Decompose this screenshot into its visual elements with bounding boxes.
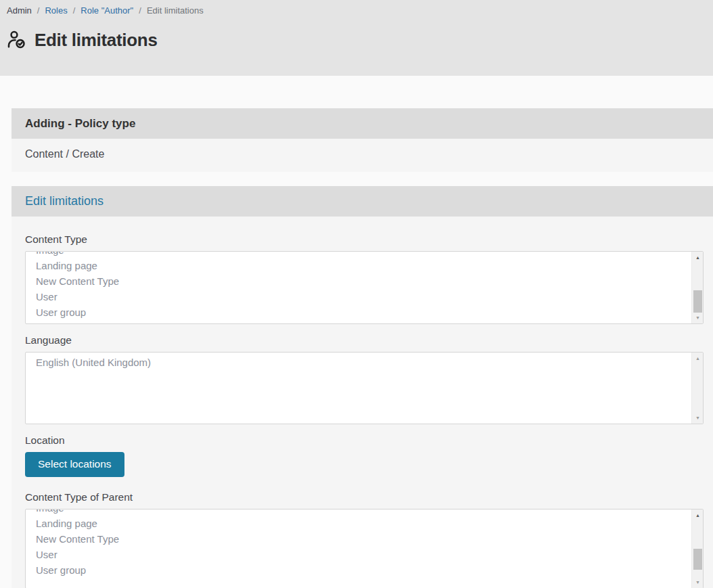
breadcrumb-item-current: Edit limitations xyxy=(147,5,204,16)
language-group: Language English (United Kingdom) ▲ ▼ xyxy=(25,334,704,424)
edit-limitations-panel: Edit limitations Content Type ImageLandi… xyxy=(12,186,713,588)
listbox-option[interactable]: User xyxy=(36,547,683,562)
scroll-down-icon[interactable]: ▼ xyxy=(692,312,704,323)
language-label: Language xyxy=(25,334,704,346)
scrollbar[interactable]: ▲ ▼ xyxy=(691,510,703,588)
policy-type-panel-title: Adding - Policy type xyxy=(25,117,135,131)
content-type-of-parent-label: Content Type of Parent xyxy=(25,491,704,503)
page-title-row: Edit limitations xyxy=(6,29,713,51)
breadcrumb-separator: / xyxy=(73,5,76,16)
policy-type-value: Content / Create xyxy=(12,139,713,172)
listbox-option[interactable]: Image xyxy=(36,509,683,516)
limitations-form: Content Type ImageLanding pageNew Conten… xyxy=(12,217,713,588)
listbox-option[interactable]: User group xyxy=(36,304,683,320)
page-title: Edit limitations xyxy=(34,30,158,51)
edit-limitations-panel-header: Edit limitations xyxy=(12,186,713,217)
user-check-icon xyxy=(6,29,28,51)
location-label: Location xyxy=(25,434,704,447)
page-header-band: Admin / Roles / Role "Author" / Edit lim… xyxy=(0,0,713,76)
listbox-option[interactable]: Landing page xyxy=(36,516,683,531)
content-type-of-parent-listbox[interactable]: ImageLanding pageNew Content TypeUserUse… xyxy=(25,509,704,588)
listbox-option[interactable]: New Content Type xyxy=(36,273,683,289)
listbox-option[interactable]: English (United Kingdom) xyxy=(36,355,683,370)
content-type-listbox[interactable]: ImageLanding pageNew Content TypeUserUse… xyxy=(25,251,704,324)
scroll-up-icon[interactable]: ▲ xyxy=(692,510,704,521)
language-listbox[interactable]: English (United Kingdom) ▲ ▼ xyxy=(25,352,704,424)
breadcrumb-separator: / xyxy=(139,5,141,16)
location-group: Location Select locations xyxy=(25,434,704,477)
scroll-up-icon[interactable]: ▲ xyxy=(692,353,704,364)
listbox-option[interactable]: New Content Type xyxy=(36,531,683,547)
breadcrumb: Admin / Roles / Role "Author" / Edit lim… xyxy=(7,4,713,16)
breadcrumb-item-roles[interactable]: Roles xyxy=(45,5,67,16)
scrollbar-thumb[interactable] xyxy=(693,549,702,570)
scroll-down-icon[interactable]: ▼ xyxy=(692,412,704,424)
policy-type-panel: Adding - Policy type Content / Create xyxy=(12,108,713,172)
scroll-up-icon[interactable]: ▲ xyxy=(692,252,704,263)
listbox-option[interactable]: User xyxy=(36,289,683,304)
content-type-group: Content Type ImageLanding pageNew Conten… xyxy=(25,233,704,324)
content-type-of-parent-group: Content Type of Parent ImageLanding page… xyxy=(25,491,704,588)
policy-type-panel-header: Adding - Policy type xyxy=(12,108,713,139)
scrollbar[interactable]: ▲ ▼ xyxy=(691,353,703,424)
edit-limitations-panel-title: Edit limitations xyxy=(25,194,104,208)
listbox-option[interactable]: Landing page xyxy=(36,258,683,273)
listbox-option[interactable]: Image xyxy=(36,251,683,258)
scroll-down-icon[interactable]: ▼ xyxy=(692,576,704,588)
select-locations-button[interactable]: Select locations xyxy=(25,452,124,477)
scrollbar[interactable]: ▲ ▼ xyxy=(691,252,703,323)
breadcrumb-item-role-author[interactable]: Role "Author" xyxy=(80,5,133,16)
breadcrumb-item-admin[interactable]: Admin xyxy=(7,5,32,16)
breadcrumb-separator: / xyxy=(37,5,40,16)
listbox-option[interactable]: User group xyxy=(36,562,683,578)
content-type-label: Content Type xyxy=(25,233,704,246)
scrollbar-thumb[interactable] xyxy=(693,290,702,313)
